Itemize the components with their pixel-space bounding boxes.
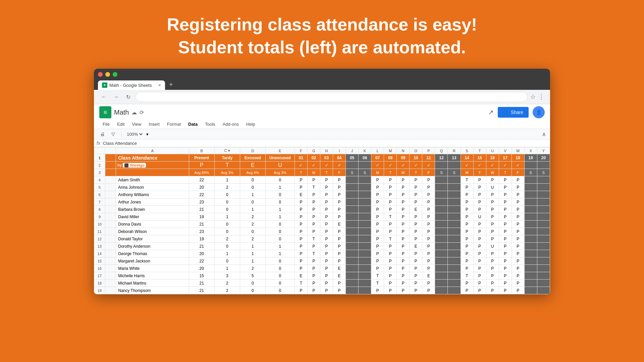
filter-button[interactable]: ▽ xyxy=(109,130,117,138)
print-button[interactable]: 🖨 xyxy=(98,130,107,138)
url-input[interactable] xyxy=(136,92,528,102)
col-header-f[interactable]: F xyxy=(294,147,307,154)
cell-excused[interactable]: 0 xyxy=(240,176,265,184)
trend-icon[interactable]: ↗ xyxy=(488,108,494,116)
maximize-window-button[interactable] xyxy=(113,72,117,77)
cell-tardy[interactable]: 1 xyxy=(214,176,240,184)
share-button[interactable]: 👤 Share xyxy=(498,107,529,118)
cell-present[interactable]: 22 xyxy=(189,176,214,184)
cell-unexcused[interactable]: 0 xyxy=(265,176,294,184)
cell-d2[interactable]: E xyxy=(240,162,265,169)
cell-m1[interactable]: 08 xyxy=(384,154,397,162)
student-name[interactable]: Barbara Brown xyxy=(116,206,189,213)
student-name[interactable]: Michelle Harris xyxy=(116,272,189,280)
col-header-c[interactable]: C ▾ xyxy=(214,147,240,154)
cell-e1[interactable]: Unexcused xyxy=(265,154,294,162)
col-header-i[interactable]: I xyxy=(333,147,346,154)
formula-input[interactable] xyxy=(103,141,547,146)
col-header-w[interactable]: W xyxy=(512,147,524,154)
student-name[interactable]: Deborah Wilson xyxy=(116,228,189,235)
student-name[interactable]: Dorothy Anderson xyxy=(116,243,189,250)
cell-s2[interactable]: ✓ xyxy=(461,162,473,169)
col-header-l[interactable]: L xyxy=(371,147,384,154)
col-header-o[interactable]: O xyxy=(410,147,422,154)
col-header-e[interactable]: E xyxy=(265,147,294,154)
cell-p1[interactable]: 11 xyxy=(422,154,435,162)
back-button[interactable]: ← xyxy=(99,92,109,102)
menu-edit[interactable]: Edit xyxy=(114,120,128,128)
cell-j1[interactable]: 05 xyxy=(346,154,359,162)
student-name[interactable]: Anna Johnson xyxy=(116,184,189,191)
cell-o1[interactable]: 10 xyxy=(410,154,422,162)
col-header-v[interactable]: V xyxy=(499,147,512,154)
menu-insert[interactable]: Insert xyxy=(145,120,163,128)
cell-u2[interactable]: ✓ xyxy=(486,162,499,169)
col-header-q[interactable]: Q xyxy=(435,147,448,154)
cell-v1[interactable]: 17 xyxy=(499,154,512,162)
col-header-h[interactable]: H xyxy=(320,147,333,154)
cell-g1[interactable]: 02 xyxy=(307,154,320,162)
cell-b1[interactable]: Present xyxy=(189,154,214,162)
cell-i1[interactable]: 04 xyxy=(333,154,346,162)
menu-tools[interactable]: Tools xyxy=(202,120,218,128)
active-tab[interactable]: ✦ Math - Google Sheets × xyxy=(98,80,165,90)
cell-p2[interactable]: ✓ xyxy=(422,162,435,169)
cell-t2[interactable]: ✓ xyxy=(473,162,486,169)
cell-n1[interactable]: 09 xyxy=(397,154,410,162)
cell-y1[interactable]: 20 xyxy=(537,154,550,162)
student-name[interactable]: Nancy Thompsom xyxy=(116,287,189,294)
col-header-g[interactable]: G xyxy=(307,147,320,154)
cell-w2[interactable]: ✓ xyxy=(512,162,524,169)
student-name[interactable]: Margaret Jackson xyxy=(116,257,189,265)
tab-close-button[interactable]: × xyxy=(158,82,161,88)
cell-w1[interactable]: 18 xyxy=(512,154,524,162)
cell-f1[interactable]: 01 xyxy=(294,154,307,162)
cell-l1[interactable]: 07 xyxy=(371,154,384,162)
cell-m2[interactable]: ✓ xyxy=(384,162,397,169)
student-name[interactable]: David Miller xyxy=(116,213,189,221)
student-name[interactable]: Maria White xyxy=(116,265,189,272)
cell-b2[interactable]: P xyxy=(189,162,214,169)
student-name[interactable]: Anthony Williams xyxy=(116,191,189,198)
cell-n2[interactable]: ✓ xyxy=(397,162,410,169)
cell-k1[interactable]: 06 xyxy=(359,154,371,162)
student-name[interactable]: Donna Davis xyxy=(116,221,189,228)
cell-o2[interactable]: ✓ xyxy=(410,162,422,169)
col-header-a[interactable]: A xyxy=(116,147,189,154)
col-header-b[interactable]: B xyxy=(189,147,214,154)
cell-e2[interactable]: U xyxy=(265,162,294,169)
col-header-m[interactable]: M xyxy=(384,147,397,154)
forward-button[interactable]: → xyxy=(111,92,121,102)
student-name[interactable]: Arthur Jones xyxy=(116,198,189,206)
cell-a1[interactable]: Class Attendance xyxy=(116,154,189,162)
col-header-u[interactable]: U xyxy=(486,147,499,154)
cell-c2[interactable]: T xyxy=(214,162,240,169)
student-name[interactable]: Adam Smith xyxy=(116,176,189,184)
cell-r1[interactable]: 13 xyxy=(448,154,461,162)
col-header-k[interactable]: K xyxy=(359,147,371,154)
cell-t1[interactable]: 15 xyxy=(473,154,486,162)
cell-v2[interactable]: ✓ xyxy=(499,162,512,169)
new-tab-button[interactable]: + xyxy=(166,79,176,90)
student-name[interactable]: Michael Martins xyxy=(116,280,189,287)
cell-h2[interactable]: ✓ xyxy=(320,162,333,169)
zoom-select[interactable]: 100% 75% 125% 150% xyxy=(125,131,144,137)
cell-f2[interactable]: ✓ xyxy=(294,162,307,169)
cell-l2[interactable]: ✓ xyxy=(371,162,384,169)
col-header-p[interactable]: P xyxy=(422,147,435,154)
cell-g2[interactable]: ✓ xyxy=(307,162,320,169)
browser-menu-icon[interactable]: ⋮ xyxy=(538,93,545,101)
col-header-t[interactable]: T xyxy=(473,147,486,154)
student-name[interactable]: Donald Taylor xyxy=(116,235,189,243)
menu-help[interactable]: Help xyxy=(243,120,259,128)
user-avatar[interactable]: 👤 xyxy=(533,106,545,118)
menu-format[interactable]: Format xyxy=(164,120,184,128)
cell-d1[interactable]: Excused xyxy=(240,154,265,162)
close-window-button[interactable] xyxy=(98,72,103,77)
col-header-j[interactable]: J xyxy=(346,147,359,154)
menu-view[interactable]: View xyxy=(128,120,145,128)
minimize-window-button[interactable] xyxy=(105,72,110,77)
col-header-x[interactable]: X xyxy=(524,147,537,154)
cell-h1[interactable]: 03 xyxy=(320,154,333,162)
bookmark-icon[interactable]: ☆ xyxy=(530,93,536,101)
